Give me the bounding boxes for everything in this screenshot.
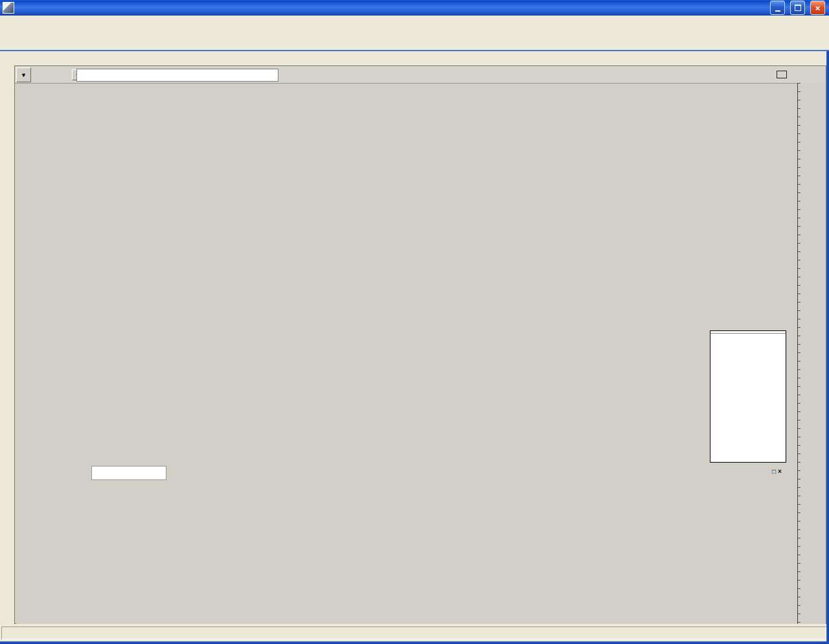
chart-toolbar: ▼ ▼ xyxy=(15,66,826,84)
window-border-bottom xyxy=(0,641,829,644)
title-bar: × xyxy=(0,0,829,16)
status-bar xyxy=(0,624,829,641)
chart-dropdown-button[interactable]: ▼ xyxy=(16,67,31,82)
restore-icon xyxy=(795,5,801,11)
menu-bar xyxy=(0,16,829,32)
minimize-button[interactable] xyxy=(770,1,785,15)
data-tooltip xyxy=(710,330,786,463)
restore-button[interactable] xyxy=(790,1,805,15)
minimize-icon xyxy=(775,5,780,12)
chart-window: ▼ ▼ □× xyxy=(14,65,826,624)
status-message-panel xyxy=(1,627,826,639)
tooltip-datetime xyxy=(710,331,786,334)
window-border-right xyxy=(826,51,829,641)
axis-tick-marks xyxy=(798,83,801,625)
price-chart-canvas[interactable] xyxy=(16,83,797,603)
symbol-input[interactable] xyxy=(76,69,278,82)
chart-maximize-icon[interactable] xyxy=(777,71,787,78)
rsi-panel-controls[interactable]: □× xyxy=(772,468,784,475)
close-icon: × xyxy=(815,4,821,12)
close-button[interactable]: × xyxy=(810,1,825,15)
price-axis[interactable] xyxy=(797,83,826,625)
left-sidebar xyxy=(0,65,14,625)
main-toolbar xyxy=(0,31,829,50)
workspace-tab-bar xyxy=(14,51,826,65)
rsi-study-input[interactable] xyxy=(91,466,166,480)
time-axis[interactable] xyxy=(16,603,797,625)
app-icon xyxy=(3,2,14,14)
